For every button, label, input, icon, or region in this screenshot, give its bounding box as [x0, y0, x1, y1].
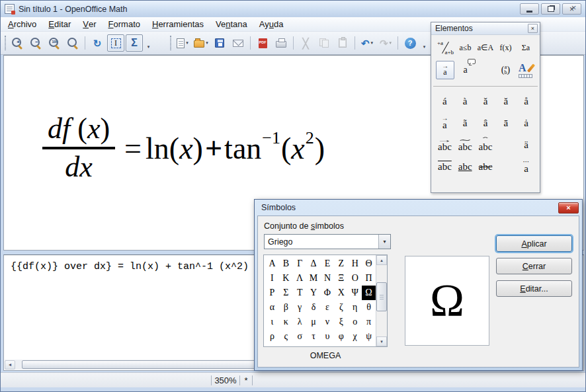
- symbol-cell-ξ[interactable]: ξ: [334, 315, 348, 329]
- attribute-cell[interactable]: ă: [495, 91, 516, 112]
- symbol-cell-Α[interactable]: Α: [265, 256, 279, 271]
- symbol-cell-ε[interactable]: ε: [321, 300, 335, 315]
- symbol-cell-ρ[interactable]: ρ: [265, 329, 279, 344]
- elements-category-set-operations[interactable]: a∈A: [476, 38, 495, 57]
- toolbar-zoom-100[interactable]: 100: [46, 34, 63, 52]
- symbol-cell-Ρ[interactable]: Ρ: [265, 286, 279, 300]
- vertical-scrollbar[interactable]: ▴ ▾: [376, 255, 387, 346]
- symbol-cell-σ[interactable]: σ: [293, 329, 307, 344]
- symbol-cell-θ[interactable]: θ: [362, 300, 376, 315]
- symbol-cell-π[interactable]: π: [362, 315, 376, 329]
- symbol-cell-λ[interactable]: λ: [293, 315, 307, 329]
- attribute-cell[interactable]: å: [516, 91, 536, 112]
- menu-herramientas[interactable]: Herramientas: [146, 17, 210, 31]
- restore-button[interactable]: [541, 3, 560, 15]
- elements-category-functions[interactable]: f(x): [497, 38, 515, 57]
- symbol-cell-ς[interactable]: ς: [279, 329, 293, 344]
- toolbar-paste[interactable]: [334, 34, 351, 52]
- toolbar-zoom-out[interactable]: −: [27, 34, 44, 52]
- symbol-cell-Ψ[interactable]: Ψ: [348, 286, 362, 300]
- close-document-icon[interactable]: ×: [568, 2, 579, 13]
- toolbar-save[interactable]: [211, 34, 228, 52]
- toolbar-help[interactable]: ?: [401, 34, 419, 52]
- symbol-cell-Η[interactable]: Η: [348, 256, 362, 271]
- symbol-cell-κ[interactable]: κ: [279, 315, 293, 329]
- attribute-cell[interactable]: →abc: [435, 134, 455, 156]
- elements-category-unary-binary-operators[interactable]: +aa+b: [436, 38, 454, 57]
- attribute-cell[interactable]: →a: [435, 112, 455, 134]
- toolbar-print[interactable]: [272, 34, 290, 52]
- symbol-set-select[interactable]: Griego ▾: [264, 234, 391, 249]
- attribute-cell[interactable]: ä: [516, 134, 536, 156]
- editar-button[interactable]: Editar...: [496, 280, 572, 297]
- menu-formato[interactable]: Formato: [103, 17, 146, 31]
- symbol-cell-Ν[interactable]: Ν: [321, 271, 335, 286]
- symbol-cell-Π[interactable]: Π: [362, 271, 376, 286]
- symbol-cell-Υ[interactable]: Υ: [307, 286, 321, 300]
- attribute-cell[interactable]: abc: [476, 156, 496, 178]
- toolbar-export-pdf[interactable]: PDF: [254, 34, 271, 52]
- menu-ayuda[interactable]: Ayuda: [253, 17, 290, 31]
- symbol-cell-δ[interactable]: δ: [307, 300, 321, 315]
- toolbar-toolbar-overflow[interactable]: ▾: [144, 34, 153, 52]
- menu-archivo[interactable]: Archivo: [2, 17, 42, 31]
- symbol-cell-Φ[interactable]: Φ: [321, 286, 335, 300]
- symbol-cell-Μ[interactable]: Μ: [307, 271, 321, 286]
- attribute-cell[interactable]: ǎ: [476, 91, 496, 112]
- toolbar-formula-cursor[interactable]: I: [107, 34, 124, 52]
- menu-ventana[interactable]: Ventana: [210, 17, 253, 31]
- toolbar-cut[interactable]: ╳: [297, 34, 314, 52]
- symbol-cell-Β[interactable]: Β: [279, 256, 293, 271]
- attribute-cell[interactable]: ˆabc: [476, 134, 496, 156]
- toolbar-send-email[interactable]: [230, 34, 247, 52]
- scrollbar-track[interactable]: [376, 265, 387, 336]
- symbol-cell-φ[interactable]: φ: [334, 329, 348, 344]
- symbol-cell-Λ[interactable]: Λ: [293, 271, 307, 286]
- minimize-button[interactable]: [520, 3, 539, 15]
- symbol-cell-Δ[interactable]: Δ: [307, 256, 321, 271]
- attribute-cell[interactable]: [495, 134, 516, 156]
- symbol-cell-ο[interactable]: ο: [348, 315, 362, 329]
- toolbar-redo[interactable]: ↷▾: [377, 34, 394, 52]
- toolbar-new-document[interactable]: ▾: [174, 34, 191, 52]
- toolbar-copy[interactable]: [315, 34, 333, 52]
- elements-category-attributes[interactable]: →a: [436, 61, 454, 79]
- combo-dropdown-icon[interactable]: ▾: [378, 235, 390, 249]
- attribute-cell[interactable]: ∼abc: [455, 134, 476, 156]
- attribute-cell[interactable]: [495, 156, 516, 178]
- cerrar-button[interactable]: Cerrar: [496, 258, 572, 274]
- symbol-cell-Τ[interactable]: Τ: [293, 286, 307, 300]
- scroll-down-icon[interactable]: ▾: [376, 336, 387, 346]
- symbol-cell-Ο[interactable]: Ο: [348, 271, 362, 286]
- toolbar-undo[interactable]: ↶▾: [358, 34, 376, 52]
- symbol-cell-Ι[interactable]: Ι: [265, 271, 279, 286]
- symbol-cell-Θ[interactable]: Θ: [362, 256, 376, 271]
- scroll-left-icon[interactable]: ◂: [5, 360, 15, 370]
- symbol-cell-γ[interactable]: γ: [293, 300, 307, 315]
- symbol-cell-Ξ[interactable]: Ξ: [334, 271, 348, 286]
- symbol-cell-β[interactable]: β: [279, 300, 293, 315]
- symbol-cell-Χ[interactable]: Χ: [334, 286, 348, 300]
- symbol-cell-υ[interactable]: υ: [321, 329, 335, 344]
- scrollbar-thumb[interactable]: [376, 282, 387, 311]
- symbol-cell-χ[interactable]: χ: [348, 329, 362, 344]
- toolbar-show-all[interactable]: [64, 34, 81, 52]
- attribute-cell[interactable]: ⋯a: [516, 156, 536, 178]
- elements-category-formats[interactable]: A: [517, 61, 535, 79]
- attribute-cell[interactable]: ā: [495, 112, 516, 134]
- attribute-cell[interactable]: â: [476, 112, 496, 134]
- toolbar-symbols-catalog[interactable]: Σ: [126, 34, 143, 52]
- attribute-cell[interactable]: abc: [435, 156, 455, 178]
- menu-ver[interactable]: Ver: [77, 17, 102, 31]
- symbol-cell-ψ[interactable]: ψ: [362, 329, 376, 344]
- symbol-cell-τ[interactable]: τ: [307, 329, 321, 344]
- symbol-cell-Γ[interactable]: Γ: [293, 256, 307, 271]
- symbol-cell-Σ[interactable]: Σ: [279, 286, 293, 300]
- symbol-cell-ν[interactable]: ν: [321, 315, 335, 329]
- attribute-cell[interactable]: abc: [455, 156, 476, 178]
- toolbar-toolbar-overflow[interactable]: ▾: [420, 34, 429, 52]
- symbol-cell-Ω[interactable]: Ω: [362, 286, 376, 300]
- elements-category-relations[interactable]: a≤b: [456, 38, 475, 57]
- symbol-cell-η[interactable]: η: [348, 300, 362, 315]
- symbol-cell-α[interactable]: α: [265, 300, 279, 315]
